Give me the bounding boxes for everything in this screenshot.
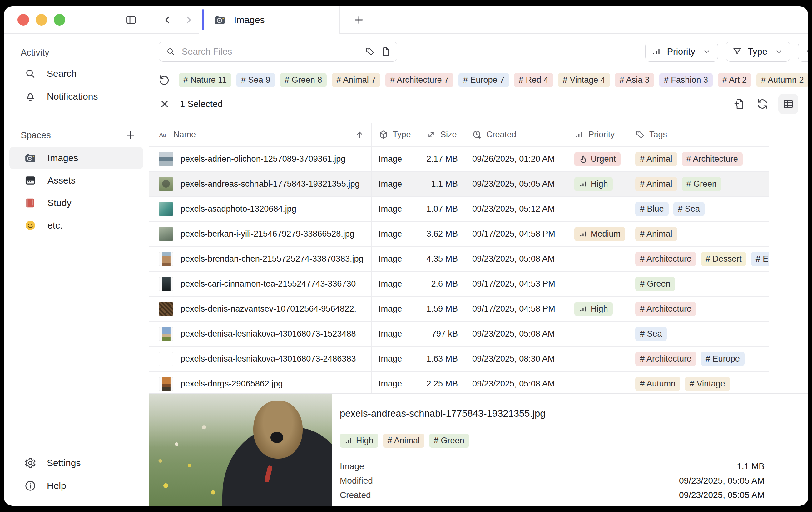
priority-filter-button[interactable]: Priority xyxy=(645,41,718,61)
file-tag-chip[interactable]: # Animal xyxy=(635,177,677,191)
file-tag-chip[interactable]: # Animal xyxy=(635,152,677,166)
sidebar-item-help[interactable]: Help xyxy=(4,474,149,497)
table-row[interactable]: pexels-brendan-chen-2155725274-33870383.… xyxy=(149,247,769,272)
diagonal-arrows-icon xyxy=(426,130,436,140)
file-tags: # Architecture xyxy=(628,297,769,321)
sidebar-item-images[interactable]: Images xyxy=(9,147,143,169)
tag-filter-chip[interactable]: # Architecture 7 xyxy=(385,73,454,87)
table-row[interactable]: pexels-denisa-lesniakova-430168073-15234… xyxy=(149,322,769,347)
refresh-button[interactable] xyxy=(755,97,769,111)
file-tag-chip[interactable]: # Dessert xyxy=(701,252,747,266)
file-size: 1.07 MB xyxy=(426,204,458,214)
table-row[interactable]: pexels-andreas-schnabl-1775843-19321355.… xyxy=(149,172,769,197)
tag-filter-chip[interactable]: # Green 8 xyxy=(280,73,327,87)
tag-filter-chip[interactable]: # Europe 7 xyxy=(459,73,509,87)
preview-badge[interactable]: # Green xyxy=(429,434,469,448)
type-filter-button[interactable]: Type xyxy=(726,41,790,61)
file-size: 1.63 MB xyxy=(426,354,458,364)
preview-image[interactable] xyxy=(149,394,332,506)
table-row[interactable]: pexels-asadphoto-1320684.jpg Image 1.07 … xyxy=(149,197,769,222)
column-header-tags[interactable]: Tags xyxy=(628,123,769,146)
column-header-size[interactable]: Size xyxy=(419,123,465,146)
tag-filter-chip[interactable]: # Autumn 2 xyxy=(756,73,808,87)
sidebar-item-notifications[interactable]: Notifications xyxy=(4,85,149,108)
sidebar-item-etc[interactable]: etc. xyxy=(9,214,143,237)
preview-badge-label: High xyxy=(356,436,374,446)
column-header-created[interactable]: Created xyxy=(465,123,568,146)
file-tag-chip[interactable]: # Green xyxy=(682,177,722,191)
table-view-button[interactable] xyxy=(778,94,798,114)
list-view-button[interactable] xyxy=(807,97,808,111)
active-tab-accent xyxy=(202,9,204,30)
add-space-button[interactable] xyxy=(125,129,137,141)
traffic-light-zoom[interactable] xyxy=(54,14,65,26)
preview-badge[interactable]: # Animal xyxy=(383,434,425,448)
table-row[interactable]: pexels-denisa-lesniakova-430168073-24863… xyxy=(149,347,769,371)
sidebar-toggle-button[interactable] xyxy=(125,14,137,26)
file-tag-chip[interactable]: # Europe xyxy=(751,252,769,266)
tag-filter-chip[interactable]: # Sea 9 xyxy=(236,73,275,87)
sidebar-item-study[interactable]: Study xyxy=(9,192,143,214)
sort-name-button[interactable]: Name xyxy=(798,41,808,61)
new-tab-button[interactable] xyxy=(353,14,365,26)
import-file-button[interactable] xyxy=(733,97,747,111)
table-row[interactable]: pexels-adrien-olichon-1257089-3709361.jp… xyxy=(149,147,769,172)
traffic-light-close[interactable] xyxy=(18,14,29,26)
spaces-section-header: Spaces xyxy=(21,130,51,141)
preview-badge[interactable]: High xyxy=(340,434,378,448)
column-header-name[interactable]: Aa Name xyxy=(149,123,372,146)
tag-filter-chip[interactable]: # Asia 3 xyxy=(615,73,654,87)
sort-ascending-icon[interactable] xyxy=(355,130,365,140)
nav-back-button[interactable] xyxy=(162,14,174,26)
tag-filter-chip[interactable]: # Art 2 xyxy=(718,73,751,87)
detail-value: 09/23/2025, 05:05 AM xyxy=(679,490,764,500)
tag-filter-chip[interactable]: # Vintage 4 xyxy=(558,73,610,87)
sidebar-item-search[interactable]: Search xyxy=(4,62,149,85)
sidebar: Activity Search Notifications Spaces Ima… xyxy=(4,6,149,506)
clear-selection-button[interactable] xyxy=(158,98,171,110)
file-tag-chip[interactable]: # Sea xyxy=(673,202,705,216)
file-name: pexels-asadphoto-1320684.jpg xyxy=(180,204,296,214)
file-tag-chip[interactable]: # Autumn xyxy=(635,377,680,391)
tag-filter-chip[interactable]: # Fashion 3 xyxy=(659,73,713,87)
sidebar-item-assets[interactable]: Assets xyxy=(9,169,143,192)
tag-filter-chip[interactable]: # Animal 7 xyxy=(332,73,380,87)
search-box[interactable] xyxy=(158,41,397,61)
traffic-light-minimize[interactable] xyxy=(36,14,47,26)
nav-forward-button[interactable] xyxy=(182,14,194,26)
file-tag-chip[interactable]: # Architecture xyxy=(635,302,696,316)
file-name: pexels-denisa-lesniakova-430168073-15234… xyxy=(180,329,356,339)
file-tag-chip[interactable]: # Green xyxy=(635,277,675,291)
table-row[interactable]: pexels-berkan-i-yili-2154679279-33866528… xyxy=(149,222,769,247)
reset-filters-button[interactable] xyxy=(158,74,171,86)
gear-icon xyxy=(24,457,36,469)
table-row[interactable]: pexels-denis-nazvantsev-107012564-956482… xyxy=(149,297,769,322)
tag-filter-chip[interactable]: # Nature 11 xyxy=(179,73,231,87)
sidebar-item-settings[interactable]: Settings xyxy=(4,451,149,474)
file-tag-chip[interactable]: # Europe xyxy=(701,352,745,366)
selection-count: 1 Selected xyxy=(180,99,223,109)
tag-icon[interactable] xyxy=(365,47,375,57)
document-icon[interactable] xyxy=(381,47,391,57)
file-name: pexels-denisa-lesniakova-430168073-24863… xyxy=(180,354,356,364)
table-row[interactable]: pexels-cari-cinnamon-tea-2155247743-3367… xyxy=(149,272,769,297)
tab-images[interactable]: Images xyxy=(199,6,340,34)
file-tag-chip[interactable]: # Animal xyxy=(635,227,677,241)
file-size: 3.62 MB xyxy=(426,229,458,239)
file-tag-chip[interactable]: # Architecture xyxy=(635,252,696,266)
file-tag-chip[interactable]: # Sea xyxy=(635,327,667,341)
column-header-priority[interactable]: Priority xyxy=(568,123,628,146)
column-header-type[interactable]: Type xyxy=(372,123,419,146)
file-created: 09/23/2025, 05:08 AM xyxy=(472,379,555,389)
file-tag-chip[interactable]: # Vintage xyxy=(685,377,730,391)
search-input[interactable] xyxy=(182,47,359,57)
table-row[interactable]: pexels-dnrgs-29065862.jpg Image 2.25 MB … xyxy=(149,371,769,396)
info-icon xyxy=(24,480,36,492)
file-tag-chip[interactable]: # Architecture xyxy=(635,352,696,366)
tag-filter-chip[interactable]: # Red 4 xyxy=(514,73,553,87)
file-tag-chip[interactable]: # Architecture xyxy=(682,152,743,166)
file-name: pexels-brendan-chen-2155725274-33870383.… xyxy=(180,254,363,264)
file-tag-chip[interactable]: # Blue xyxy=(635,202,669,216)
sidebar-header xyxy=(4,6,149,34)
column-header-label: Tags xyxy=(649,130,667,140)
